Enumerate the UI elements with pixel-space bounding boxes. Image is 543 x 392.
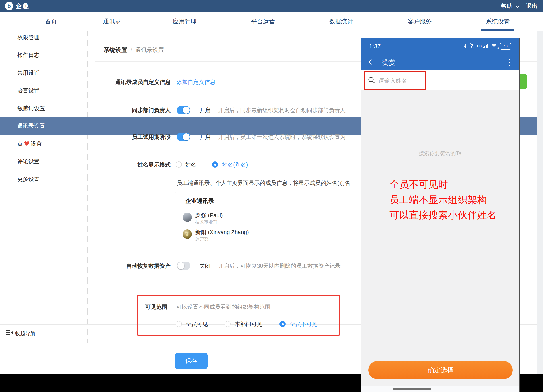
wifi-icon: 6 <box>491 43 497 49</box>
visibility-highlight-box <box>137 295 340 336</box>
breadcrumb: 系统设置 / 通讯录设置 <box>103 46 164 55</box>
empty-state-hint: 搜索你要赞赏的Ta <box>361 150 519 157</box>
sync-leader-label: 同步部门负责人 <box>97 106 171 115</box>
like-label-suffix: 设置 <box>31 140 42 147</box>
tab-system-settings-active[interactable]: 系统设置 <box>486 12 510 31</box>
hd-label: HD <box>477 43 482 48</box>
tab-operation[interactable]: 平台运营 <box>251 12 275 31</box>
sidebar: 企业设置 权限管理 操作日志 禁用设置 语言设置 敏感词设置 通讯录设置 点设置… <box>0 0 88 343</box>
topbar-actions: 帮助 退出 <box>501 0 537 12</box>
toggle-knob <box>183 133 190 140</box>
member-dept: 技术事业群 <box>195 219 217 225</box>
phone-appbar: 赞赏 <box>361 55 519 70</box>
tab-home[interactable]: 首页 <box>45 12 57 31</box>
trial-stage-toggle[interactable] <box>177 133 190 141</box>
overflow-menu-icon[interactable] <box>509 59 510 66</box>
name-mode-desc: 员工端通讯录、个人主页界面显示的成员信息，将显示成员的姓名(别名 <box>177 178 350 187</box>
status-icons: HD <box>464 43 511 50</box>
name-mode-radio-alias-checked[interactable] <box>212 161 218 168</box>
name-mode-radio-name[interactable] <box>175 161 182 168</box>
phone-search-row <box>361 70 519 90</box>
auto-recover-toggle[interactable] <box>177 262 190 270</box>
phone-status-bar: 1:37 HD <box>361 38 519 55</box>
auto-recover-label: 自动恢复数据资产 <box>97 261 171 270</box>
breadcrumb-page: 通讯录设置 <box>136 46 164 54</box>
heart-icon <box>24 135 29 153</box>
tab-apps[interactable]: 应用管理 <box>173 12 197 31</box>
toggle-knob <box>177 262 184 269</box>
page: b 企趣 帮助 退出 首页 通讯录 应用管理 平台运营 数据统计 客户服务 系统… <box>0 0 543 392</box>
collapse-nav-button[interactable]: 收起导航 <box>6 328 35 339</box>
active-tab-underline <box>481 29 515 31</box>
member-name: 罗强 (Paul) <box>195 212 223 219</box>
sync-leader-toggle[interactable] <box>177 106 190 114</box>
trial-stage-state: 开启 <box>199 133 210 141</box>
collapse-nav-label: 收起导航 <box>15 330 35 337</box>
member-dept: 运营部 <box>195 236 209 242</box>
phone-page-title: 赞赏 <box>382 58 395 67</box>
top-bar: b 企趣 帮助 退出 <box>0 0 543 12</box>
card-divider <box>185 209 286 209</box>
name-mode-option-name[interactable]: 姓名 <box>185 160 196 169</box>
contact-preview-card: 企业通讯录 罗强 (Paul) 技术事业群 张 新阳 (Xinyang Zhan… <box>175 192 291 247</box>
tab-stats[interactable]: 数据统计 <box>329 12 353 31</box>
auto-recover-state: 关闭 <box>199 261 210 270</box>
add-custom-info-link[interactable]: 添加自定义信息 <box>177 77 215 86</box>
annotation-line: 员工端不显示组织架构 <box>389 192 497 207</box>
trial-stage-label: 员工试用期阶段 <box>97 133 171 141</box>
phone-header: 1:37 HD <box>361 38 519 70</box>
tab-contacts[interactable]: 通讯录 <box>103 12 121 31</box>
phone-bottom-strip <box>361 386 519 392</box>
collapse-nav-icon <box>6 330 13 337</box>
breadcrumb-section: 系统设置 <box>103 46 127 54</box>
sync-leader-state: 开启 <box>199 106 210 115</box>
red-annotation-text: 全员不可见时 员工端不显示组织架构 可以直接搜索小伙伴姓名 <box>389 177 497 223</box>
main-nav: 首页 通讯录 应用管理 平台运营 数据统计 客户服务 系统设置 <box>0 12 543 31</box>
member-name: 新阳 (Xinyang Zhang) <box>195 229 249 236</box>
status-time: 1:37 <box>369 43 381 50</box>
like-label-prefix: 点 <box>17 140 23 147</box>
name-mode-label: 姓名显示模式 <box>97 160 171 169</box>
app-logo-text: 企趣 <box>16 0 29 12</box>
wifi-6-label: 6 <box>497 47 499 50</box>
sync-leader-desc: 开启后，同步最新组织架构时会自动同步部门负责人 <box>218 106 345 115</box>
topbar-divider <box>523 4 523 9</box>
app-logo-icon: b <box>5 2 13 10</box>
breadcrumb-separator: / <box>130 47 132 54</box>
battery-icon: 43 <box>500 43 511 50</box>
avatar-photo <box>183 213 192 222</box>
help-link[interactable]: 帮助 <box>501 2 512 10</box>
avatar-badge: 张 <box>183 229 192 239</box>
chevron-down-icon[interactable] <box>515 3 520 10</box>
toggle-knob <box>183 106 190 114</box>
search-highlight-red-box <box>364 71 426 90</box>
annotation-line: 全员不可见时 <box>389 177 497 192</box>
custom-info-label: 通讯录成员自定义信息 <box>97 77 171 86</box>
mute-icon <box>469 43 475 49</box>
card-divider <box>185 226 286 227</box>
annotation-line: 可以直接搜索小伙伴姓名 <box>389 207 497 223</box>
contact-card-title: 企业通讯录 <box>185 197 214 205</box>
save-button[interactable]: 保存 <box>175 353 208 369</box>
name-mode-option-alias[interactable]: 姓名(别名) <box>222 160 248 169</box>
confirm-select-button[interactable]: 确定选择 <box>368 361 513 379</box>
trial-stage-desc: 开启后，员工第一次进入系统时，系统将默认设置为 <box>218 133 345 141</box>
auto-recover-desc: 开启后，可恢复30天以内删除的员工数据资产记录 <box>218 261 341 270</box>
bluetooth-icon <box>464 43 467 49</box>
back-arrow-icon[interactable] <box>368 59 375 66</box>
tab-service[interactable]: 客户服务 <box>408 12 432 31</box>
logout-link[interactable]: 退出 <box>526 2 537 10</box>
page-right-gutter <box>537 31 543 374</box>
home-indicator-bar <box>393 388 431 390</box>
signal-icon <box>483 43 488 49</box>
